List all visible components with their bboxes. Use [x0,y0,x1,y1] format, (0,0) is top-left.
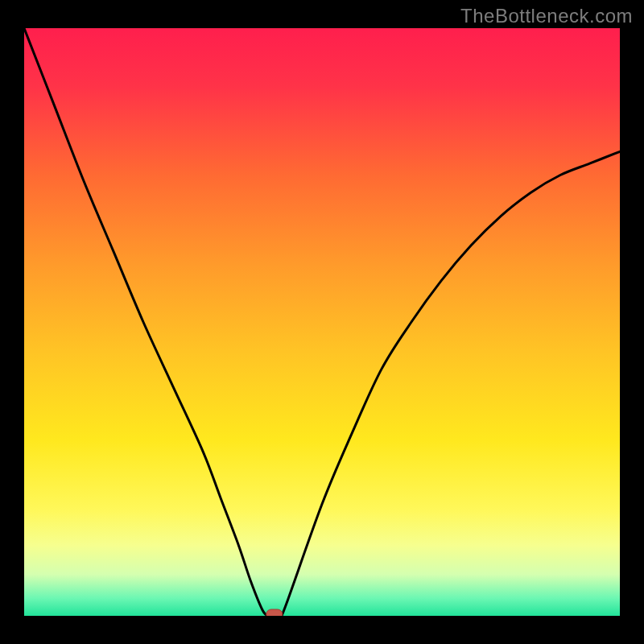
plot-area [24,28,620,616]
chart-svg [24,28,620,616]
chart-frame: TheBottleneck.com [0,0,644,644]
gradient-background [24,28,620,616]
optimum-marker [266,609,283,616]
watermark-text: TheBottleneck.com [460,5,633,27]
